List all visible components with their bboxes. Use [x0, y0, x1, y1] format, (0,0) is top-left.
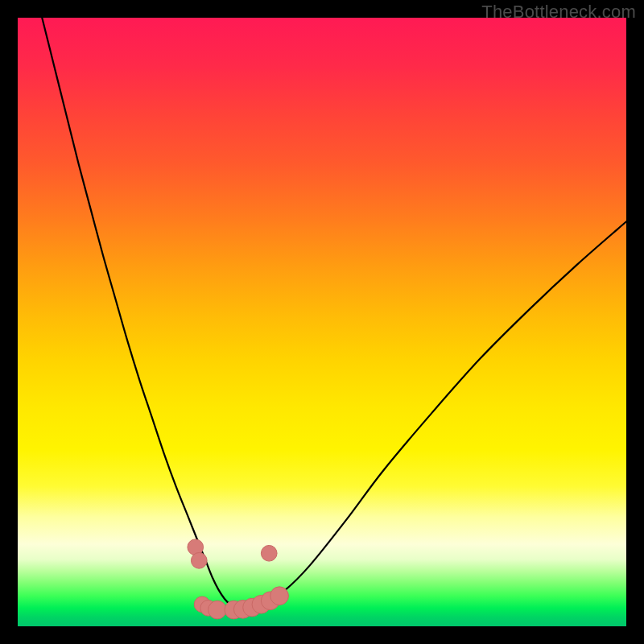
marker-point — [191, 553, 207, 569]
marker-point — [208, 601, 227, 619]
marker-point — [261, 545, 277, 561]
marker-point — [270, 587, 289, 605]
plot-svg — [18, 18, 626, 626]
bottleneck-curve — [42, 18, 626, 609]
curve-markers — [188, 539, 288, 619]
